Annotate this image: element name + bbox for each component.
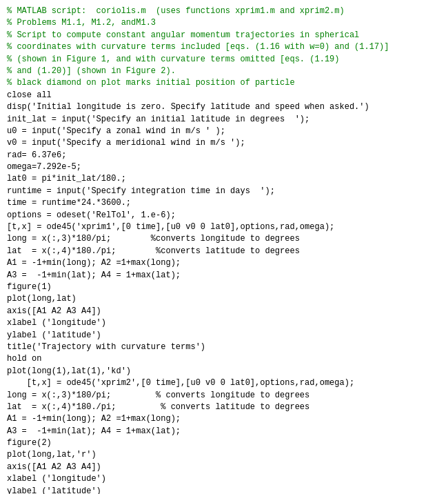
code-line: A1 = -1+min(long); A2 =1+max(long);	[7, 258, 181, 268]
code-line: figure(2)	[7, 438, 52, 448]
code-line: ylabel ('latitude')	[7, 486, 101, 494]
code-line: title('Trajectory with curvature terms')	[7, 342, 205, 352]
code-line: A3 = -1+min(lat); A4 = 1+max(lat);	[7, 270, 181, 280]
code-line: [t,x] = ode45('xprim1',[0 time],[u0 v0 0…	[7, 222, 334, 232]
code-line: init_lat = input('Specify an initial lat…	[7, 115, 309, 124]
code-editor: % MATLAB script: coriolis.m (uses functi…	[0, 0, 448, 494]
code-line: omega=7.292e-5;	[7, 162, 81, 172]
code-line: v0 = input('Specify a meridional wind in…	[7, 138, 245, 148]
comment-line: % black diamond on plot marks initial po…	[7, 78, 295, 88]
code-line: options = odeset('RelTol', 1.e-6);	[7, 210, 176, 220]
code-line: A3 = -1+min(lat); A4 = 1+max(lat);	[7, 426, 181, 436]
comment-line: % Problems M1.1, M1.2, andM1.3	[7, 18, 156, 28]
code-line: lat = x(:,4)*180./pi; %converts latitude…	[7, 246, 300, 256]
code-line: plot(long,lat)	[7, 294, 77, 304]
code-line: rad= 6.37e6;	[7, 150, 66, 160]
code-line: u0 = input('Specify a zonal wind in m/s …	[7, 126, 225, 136]
code-line: disp('Initial longitude is zero. Specify…	[7, 102, 369, 112]
comment-line: % (shown in Figure 1, and with curvature…	[7, 55, 339, 64]
code-line: runtime = input('Specify integration tim…	[7, 186, 275, 196]
code-line: long = x(:,3)*180/pi; %converts longitud…	[7, 234, 300, 244]
code-line: lat = x(:,4)*180./pi; % converts latitud…	[7, 402, 309, 412]
comment-line: % Script to compute constant angular mom…	[7, 30, 359, 40]
code-line: axis([A1 A2 A3 A4])	[7, 306, 101, 316]
code-line: close all	[7, 90, 52, 100]
code-line: long = x(:,3)*180/pi; % converts longitu…	[7, 391, 309, 400]
code-line: plot(long(1),lat(1),'kd')	[7, 366, 131, 376]
comment-line: % and (1.20)] (shown in Figure 2).	[7, 66, 176, 76]
code-line: figure(1)	[7, 282, 52, 292]
code-line: time = runtime*24.*3600.;	[7, 198, 131, 208]
code-line: A1 = -1+min(long); A2 =1+max(long);	[7, 414, 181, 424]
code-line: axis([A1 A2 A3 A4])	[7, 462, 101, 472]
code-line: ylabel ('latitude')	[7, 330, 101, 340]
code-line: plot(long,lat,'r')	[7, 450, 96, 460]
code-line: xlabel ('longitude')	[7, 318, 106, 328]
code-line: [t,x] = ode45('xprim2',[0 time],[u0 v0 0…	[7, 378, 354, 388]
comment-line: % coordinates with curvature terms inclu…	[7, 42, 389, 52]
code-line: hold on	[7, 354, 41, 364]
code-line: xlabel ('longitude')	[7, 474, 106, 484]
code-line: lat0 = pi*init_lat/180.;	[7, 174, 126, 184]
comment-line: % MATLAB script: coriolis.m (uses functi…	[7, 6, 345, 16]
